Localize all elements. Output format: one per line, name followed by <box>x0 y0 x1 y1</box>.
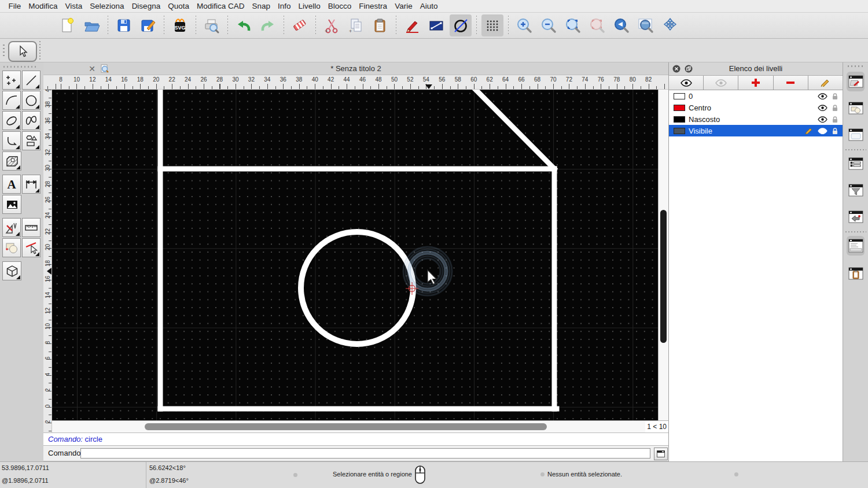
menu-vista[interactable]: Vista <box>61 0 86 13</box>
new-file-button[interactable] <box>57 14 79 36</box>
delete-button[interactable] <box>289 14 311 36</box>
tool-solid-3d[interactable] <box>2 261 21 280</box>
hide-all-layers-button[interactable] <box>704 76 738 90</box>
menu-snap[interactable]: Snap <box>248 0 274 13</box>
zoom-auto-icon <box>564 17 582 34</box>
menu-seleziona[interactable]: Seleziona <box>86 0 128 13</box>
paste-button[interactable] <box>369 14 391 36</box>
layer-visibility-eye-icon[interactable] <box>818 105 827 111</box>
zoom-auto-button[interactable] <box>562 14 584 36</box>
layer-lock-icon[interactable] <box>832 116 838 123</box>
menu-disegna[interactable]: Disegna <box>128 0 164 13</box>
zoom-pan-button[interactable] <box>659 14 681 36</box>
menu-info[interactable]: Info <box>274 0 295 13</box>
layer-row-Centro[interactable]: Centro <box>669 102 843 113</box>
tool-line[interactable] <box>22 71 41 90</box>
grid-toggle-button[interactable] <box>481 14 503 36</box>
vertical-scrollbar[interactable] <box>658 90 668 420</box>
layer-lock-icon[interactable] <box>832 104 838 112</box>
menu-livello[interactable]: Livello <box>295 0 324 13</box>
dock-pen-button[interactable] <box>847 72 865 91</box>
tool-points[interactable] <box>2 71 21 90</box>
menu-file[interactable]: File <box>5 0 25 13</box>
command-detach-button[interactable] <box>654 448 668 460</box>
ruler-label: 62 <box>482 76 497 83</box>
save-as-button[interactable] <box>137 14 159 36</box>
tool-order[interactable] <box>2 238 21 257</box>
undo-button[interactable] <box>233 14 255 36</box>
zoom-in-button[interactable] <box>513 14 535 36</box>
ruler-label: 82 <box>641 76 656 83</box>
vertical-ruler: 40383634323028262422201816141210864202 <box>43 90 52 432</box>
vertical-scrollbar-thumb[interactable] <box>660 210 667 343</box>
add-layer-button[interactable] <box>738 76 773 90</box>
save-button[interactable] <box>113 14 135 36</box>
circle-tool-button[interactable] <box>450 14 472 36</box>
layer-lock-icon[interactable] <box>832 127 838 135</box>
dock-clipboard-button[interactable] <box>847 264 865 283</box>
toolbar-separator <box>164 16 164 35</box>
layer-row-0[interactable]: 0 <box>669 90 843 102</box>
menu-aiuto[interactable]: Aiuto <box>416 0 442 13</box>
strip-separator <box>845 149 866 150</box>
remove-layer-button[interactable] <box>774 76 808 90</box>
layer-visibility-eye-icon[interactable] <box>818 128 827 134</box>
redo-button[interactable] <box>257 14 279 36</box>
svg-export-button[interactable]: SVG <box>169 14 191 36</box>
command-input[interactable] <box>80 448 650 459</box>
tool-ellipse[interactable] <box>2 111 21 130</box>
tool-spline[interactable] <box>22 111 41 130</box>
tool-measure[interactable] <box>22 218 41 237</box>
layer-visibility-eye-icon[interactable] <box>818 116 827 123</box>
layer-edit-pencil-icon[interactable] <box>805 127 814 134</box>
horizontal-scrollbar-thumb[interactable] <box>145 423 547 430</box>
tool-arc[interactable] <box>2 91 21 110</box>
ruler-label: 20 <box>149 76 164 83</box>
cad-tool-palette: A <box>0 62 43 461</box>
menu-finestra[interactable]: Finestra <box>355 0 391 13</box>
draw-pen-button[interactable] <box>401 14 423 36</box>
dock-command-button[interactable] <box>847 236 865 256</box>
tool-hatch[interactable] <box>2 151 21 171</box>
cut-button[interactable]: + <box>321 14 343 36</box>
print-preview-button[interactable] <box>201 14 223 36</box>
layer-row-Visibile[interactable]: Visibile <box>669 125 843 136</box>
zoom-previous-button[interactable] <box>610 14 632 36</box>
horizontal-scrollbar[interactable] <box>52 420 645 432</box>
layer-row-Nascosto[interactable]: Nascosto <box>669 113 843 125</box>
edit-layer-button[interactable] <box>808 76 843 90</box>
zoom-out-button[interactable] <box>538 14 560 36</box>
dock-layer-list-button[interactable] <box>847 154 865 173</box>
ruler-label: 46 <box>355 76 370 83</box>
zoom-selection-button[interactable] <box>586 14 608 36</box>
dock-blocks-button[interactable] <box>847 98 865 118</box>
menu-modifica[interactable]: Modifica <box>25 0 61 13</box>
tool-polygon[interactable] <box>22 131 41 150</box>
tool-polyline[interactable] <box>2 131 21 150</box>
dock-filter-button[interactable] <box>847 180 865 200</box>
line-tool-button[interactable] <box>425 14 447 36</box>
menu-quota[interactable]: Quota <box>164 0 193 13</box>
zoom-window-button[interactable] <box>635 14 657 36</box>
dock-library-button[interactable] <box>847 125 865 145</box>
menu-blocco[interactable]: Blocco <box>324 0 355 13</box>
selection-arrow-button[interactable] <box>8 41 37 62</box>
eraser-icon <box>291 17 308 34</box>
tool-image[interactable] <box>2 195 21 214</box>
layer-visibility-eye-icon[interactable] <box>818 93 827 99</box>
tool-dimension[interactable] <box>22 175 41 194</box>
tool-modify[interactable] <box>2 218 21 237</box>
tool-attributes[interactable] <box>22 238 41 257</box>
layer-lock-icon[interactable] <box>832 93 838 100</box>
menu-modifica-cad[interactable]: Modifica CAD <box>193 0 248 13</box>
dock-block-insert-button[interactable] <box>847 207 865 227</box>
show-all-layers-button[interactable] <box>669 76 704 90</box>
drawing-canvas[interactable] <box>52 90 658 420</box>
action-hint: Selezionare entità o regione <box>333 471 412 478</box>
open-file-button[interactable] <box>81 14 103 36</box>
copy-button[interactable]: + <box>345 14 367 36</box>
tool-text[interactable]: A <box>2 175 21 194</box>
menu-varie[interactable]: Varie <box>391 0 417 13</box>
tool-circle[interactable] <box>22 91 41 110</box>
toolbar-separator <box>396 16 396 35</box>
